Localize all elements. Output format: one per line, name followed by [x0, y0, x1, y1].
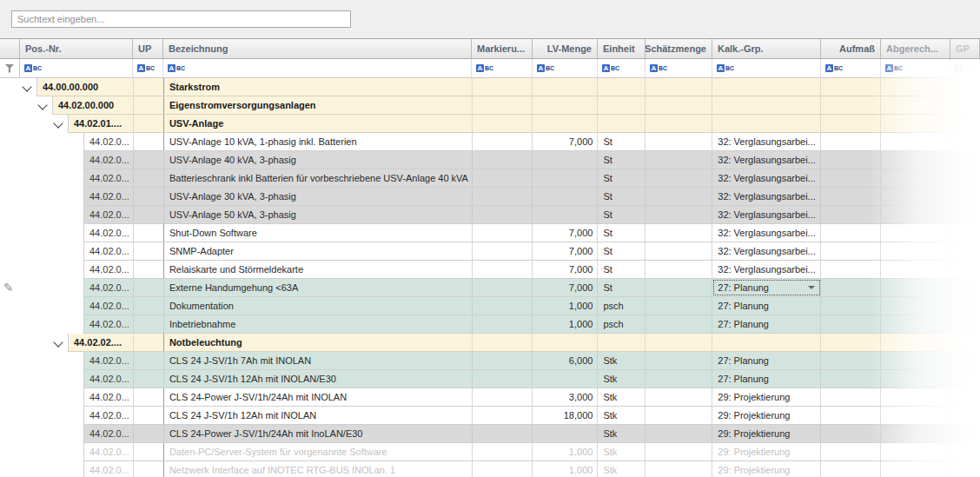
cell-lv-menge[interactable] [533, 206, 598, 223]
cell-bezeichnung[interactable]: Relaiskarte und Störmeldekarte [164, 261, 473, 278]
cell-bezeichnung[interactable]: USV-Anlage 40 kVA, 3-phasig [164, 151, 473, 169]
cell-lv-menge[interactable]: 1,000 [533, 443, 598, 460]
cell-kalk-grp[interactable]: 32: Verglasungsarbei... [712, 188, 821, 205]
cell-schaetzmenge[interactable] [646, 461, 712, 477]
cell-lv-menge[interactable]: 6,000 [533, 352, 598, 369]
chevron-down-icon[interactable] [53, 118, 63, 128]
cell-einheit[interactable]: psch [598, 297, 646, 315]
item-row[interactable]: 44.02.0...Shut-Down Software7,000St32: V… [0, 224, 980, 242]
cell-lv-menge[interactable] [533, 370, 598, 388]
cell-bezeichnung[interactable]: Starkstrom [164, 78, 473, 96]
item-row[interactable]: 44.02.0...Inbetriebnahme1,000psch27: Pla… [0, 315, 980, 334]
cell-lv-menge[interactable] [533, 334, 598, 351]
cell-schaetzmenge[interactable] [646, 188, 712, 205]
cell-markierung[interactable] [473, 115, 533, 132]
cell-einheit[interactable]: St [598, 261, 646, 278]
cell-schaetzmenge[interactable] [646, 151, 712, 169]
item-row[interactable]: 44.02.0...USV-Anlage 30 kVA, 3-phasigSt3… [0, 188, 980, 206]
cell-einheit[interactable]: Stk [598, 425, 646, 442]
cell-lv-menge[interactable] [533, 96, 598, 114]
cell-gp[interactable] [950, 425, 980, 442]
cell-kalk-grp[interactable]: 27: Planung [712, 297, 821, 315]
filter-cell-aufmass[interactable]: ABC [821, 59, 881, 77]
cell-gp[interactable] [950, 151, 980, 169]
cell-aufmass[interactable] [821, 206, 881, 223]
cell-abgerechnet[interactable] [881, 96, 950, 114]
cell-einheit[interactable]: Stk [598, 352, 646, 369]
cell-gp[interactable] [950, 78, 980, 96]
cell-aufmass[interactable] [821, 261, 881, 278]
cell-schaetzmenge[interactable] [646, 425, 712, 442]
cell-bezeichnung[interactable]: USV-Anlage 10 kVA, 1-phasig inkl. Batter… [164, 133, 473, 150]
cell-bezeichnung[interactable]: Externe Handumgehung <63A [164, 279, 473, 296]
cell-up[interactable] [134, 115, 164, 132]
cell-kalk-grp[interactable]: 32: Verglasungsarbei... [712, 242, 821, 260]
cell-abgerechnet[interactable] [881, 224, 950, 242]
cell-gp[interactable] [950, 188, 980, 205]
cell-markierung[interactable] [473, 425, 533, 442]
cell-markierung[interactable] [473, 78, 533, 96]
cell-abgerechnet[interactable] [881, 169, 950, 187]
cell-bezeichnung[interactable]: Batterieschrank inkl Batterien für vorbe… [164, 169, 473, 187]
cell-aufmass[interactable] [821, 224, 881, 242]
filter-cell-mark[interactable]: ABC [472, 59, 533, 77]
cell-markierung[interactable] [473, 407, 533, 424]
cell-up[interactable] [134, 315, 164, 333]
cell-up[interactable] [134, 334, 164, 351]
cell-kalk-grp[interactable] [712, 96, 821, 114]
column-header-aufmass[interactable]: Aufmaß [821, 39, 881, 58]
cell-pos[interactable]: 44.02.0... [84, 279, 134, 296]
cell-einheit[interactable] [598, 334, 646, 351]
cell-aufmass[interactable] [821, 78, 881, 96]
cell-schaetzmenge[interactable] [646, 407, 712, 424]
cell-aufmass[interactable] [821, 242, 881, 260]
cell-lv-menge[interactable] [533, 425, 598, 442]
cell-up[interactable] [134, 388, 164, 406]
cell-pos[interactable]: 44.02.0... [84, 169, 134, 187]
cell-markierung[interactable] [473, 352, 533, 369]
cell-markierung[interactable] [473, 334, 533, 351]
filter-cell-bez[interactable]: ABC [163, 59, 472, 77]
filter-cell-gp[interactable]: ABC [950, 59, 980, 77]
cell-up[interactable] [134, 425, 164, 442]
cell-einheit[interactable]: St [598, 279, 646, 296]
cell-gp[interactable] [950, 115, 980, 132]
cell-pos[interactable]: 44.02.0... [84, 224, 134, 242]
cell-pos[interactable]: 44.02.0... [84, 443, 134, 460]
cell-schaetzmenge[interactable] [646, 115, 712, 132]
cell-gp[interactable] [950, 352, 980, 369]
column-header-abgerech[interactable]: Abgerech... [881, 39, 950, 58]
item-row[interactable]: 44.02.0...Relaiskarte und Störmeldekarte… [0, 261, 980, 279]
cell-schaetzmenge[interactable] [646, 96, 712, 114]
cell-bezeichnung[interactable]: Dokumentation [164, 297, 473, 315]
cell-gp[interactable] [950, 388, 980, 406]
cell-einheit[interactable]: Stk [598, 407, 646, 424]
cell-abgerechnet[interactable] [881, 78, 950, 96]
cell-lv-menge[interactable] [533, 115, 598, 132]
cell-einheit[interactable]: St [598, 169, 646, 187]
cell-gp[interactable] [950, 96, 980, 114]
cell-markierung[interactable] [473, 133, 533, 150]
cell-up[interactable] [134, 78, 164, 96]
cell-kalk-grp[interactable]: 29: Projektierung [712, 443, 821, 460]
cell-bezeichnung[interactable]: SNMP-Adapter [164, 242, 473, 260]
cell-gp[interactable] [950, 169, 980, 187]
column-header-lv[interactable]: LV-Menge [533, 39, 598, 58]
cell-up[interactable] [134, 224, 164, 242]
cell-aufmass[interactable] [821, 352, 881, 369]
cell-abgerechnet[interactable] [881, 206, 950, 223]
cell-aufmass[interactable] [821, 96, 881, 114]
cell-up[interactable] [134, 261, 164, 278]
item-row[interactable]: 44.02.0...CLS 24 J-SV/1h 12Ah mit INOLAN… [0, 370, 980, 388]
cell-pos[interactable]: 44.02.0... [84, 151, 134, 169]
cell-gp[interactable] [950, 315, 980, 333]
cell-gp[interactable] [950, 224, 980, 242]
cell-lv-menge[interactable]: 18,000 [533, 407, 598, 424]
cell-kalk-grp[interactable]: 27: Planung [712, 352, 821, 369]
item-row[interactable]: 44.02.0...USV-Anlage 50 kVA, 3-phasigSt3… [0, 206, 980, 224]
cell-abgerechnet[interactable] [881, 461, 950, 477]
cell-markierung[interactable] [473, 151, 533, 169]
item-row[interactable]: 44.02.0...CLS 24 J-SV/1h 12Ah mit INOLAN… [0, 407, 980, 425]
cell-markierung[interactable] [473, 261, 533, 278]
cell-lv-menge[interactable] [533, 169, 598, 187]
